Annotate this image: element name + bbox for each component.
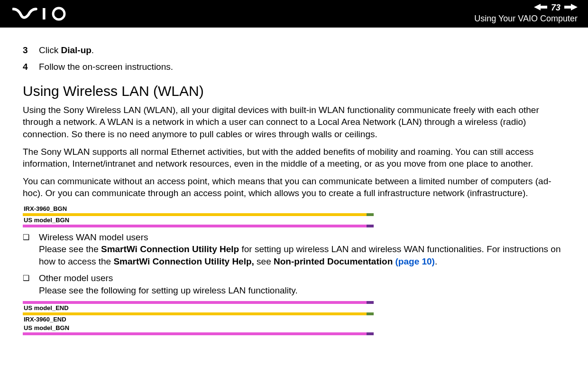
section-heading: Using Wireless LAN (WLAN) — [23, 83, 565, 99]
bullet-list: ❑ Wireless WAN model users Please see th… — [23, 231, 565, 296]
vaio-logo-svg — [12, 7, 79, 21]
bullet-body: Wireless WAN model users Please see the … — [39, 231, 565, 267]
step-text: Follow the on-screen instructions. — [39, 61, 173, 73]
tag-label: IRX-3960_END — [23, 315, 565, 324]
separator-bar-magenta — [23, 225, 374, 227]
page-link[interactable]: (page 10) — [395, 256, 435, 266]
svg-marker-2 — [534, 4, 547, 10]
step-text: Click Dial-up. — [39, 45, 94, 57]
tag-block-top: IRX-3960_BGN US model_BGN — [23, 205, 565, 227]
vaio-logo — [12, 7, 79, 21]
step-item: 3 Click Dial-up. — [23, 45, 565, 57]
bullet-marker-icon: ❑ — [23, 231, 30, 267]
paragraph: You can communicate without an access po… — [23, 175, 565, 199]
nav-prev-icon[interactable] — [534, 3, 547, 13]
tag-label: US model_BGN — [23, 324, 565, 332]
step-item: 4 Follow the on-screen instructions. — [23, 61, 565, 73]
step-number: 3 — [23, 45, 29, 57]
svg-point-1 — [53, 8, 64, 19]
paragraph: Using the Sony Wireless LAN (WLAN), all … — [23, 104, 565, 140]
svg-rect-0 — [43, 8, 46, 19]
header-right: 73 Using Your VAIO Computer — [474, 3, 578, 24]
nav-next-icon[interactable] — [564, 3, 578, 13]
bullet-title: Wireless WAN model users — [39, 232, 148, 242]
tag-label: IRX-3960_BGN — [23, 205, 565, 213]
header-title: Using Your VAIO Computer — [474, 14, 578, 24]
separator-bar-magenta — [23, 332, 374, 335]
paragraph: The Sony WLAN supports all normal Ethern… — [23, 146, 565, 170]
tag-label: US model_END — [23, 304, 565, 312]
bullet-marker-icon: ❑ — [23, 272, 30, 296]
list-item: ❑ Other model users Please see the follo… — [23, 272, 565, 296]
step-number: 4 — [23, 61, 29, 73]
list-item: ❑ Wireless WAN model users Please see th… — [23, 231, 565, 267]
page-number: 73 — [551, 3, 560, 13]
page-header: 73 Using Your VAIO Computer — [0, 0, 588, 28]
tag-block-bottom: US model_END IRX-3960_END US model_BGN — [23, 301, 565, 335]
bullet-body: Other model users Please see the followi… — [39, 272, 565, 296]
page-content: 3 Click Dial-up. 4 Follow the on-screen … — [0, 28, 588, 341]
tag-label: US model_BGN — [23, 216, 565, 225]
bullet-title: Other model users — [39, 273, 113, 283]
page-nav: 73 — [474, 3, 578, 13]
step-list: 3 Click Dial-up. 4 Follow the on-screen … — [23, 45, 565, 73]
svg-marker-3 — [564, 4, 578, 10]
